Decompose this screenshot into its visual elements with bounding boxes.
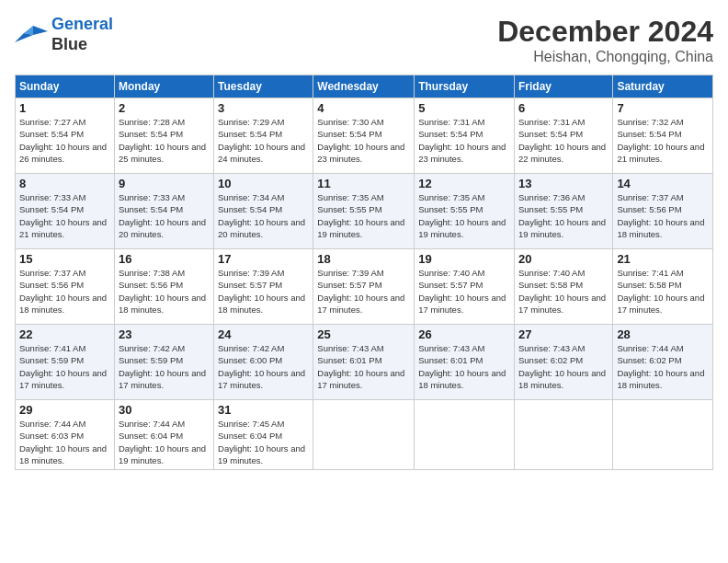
svg-marker-2 [15, 33, 33, 42]
day-number: 28 [617, 327, 709, 341]
calendar-cell: 27 Sunrise: 7:43 AM Sunset: 6:02 PM Dayl… [514, 325, 612, 400]
day-number: 31 [218, 403, 309, 417]
page: General Blue December 2024 Heishan, Chon… [0, 0, 728, 563]
calendar-cell: 21 Sunrise: 7:41 AM Sunset: 5:58 PM Dayl… [613, 249, 713, 325]
day-number: 1 [19, 101, 110, 115]
day-info: Sunrise: 7:39 AM Sunset: 5:57 PM Dayligh… [317, 267, 410, 316]
day-info: Sunrise: 7:40 AM Sunset: 5:58 PM Dayligh… [518, 267, 609, 316]
header-tuesday: Tuesday [214, 75, 313, 98]
day-info: Sunrise: 7:39 AM Sunset: 5:57 PM Dayligh… [218, 267, 309, 316]
day-info: Sunrise: 7:27 AM Sunset: 5:54 PM Dayligh… [19, 116, 110, 165]
day-info: Sunrise: 7:41 AM Sunset: 5:59 PM Dayligh… [19, 342, 110, 391]
day-info: Sunrise: 7:33 AM Sunset: 5:54 PM Dayligh… [119, 191, 210, 240]
calendar-cell: 5 Sunrise: 7:31 AM Sunset: 5:54 PM Dayli… [415, 98, 515, 174]
day-info: Sunrise: 7:42 AM Sunset: 6:00 PM Dayligh… [218, 342, 309, 391]
day-number: 29 [19, 403, 110, 417]
day-info: Sunrise: 7:31 AM Sunset: 5:54 PM Dayligh… [518, 116, 609, 165]
day-number: 8 [19, 177, 110, 190]
calendar-cell: 18 Sunrise: 7:39 AM Sunset: 5:57 PM Dayl… [313, 249, 415, 325]
header: General Blue December 2024 Heishan, Chon… [15, 15, 713, 65]
day-info: Sunrise: 7:44 AM Sunset: 6:03 PM Dayligh… [19, 418, 110, 466]
calendar-cell: 17 Sunrise: 7:39 AM Sunset: 5:57 PM Dayl… [214, 249, 313, 325]
day-number: 9 [119, 177, 210, 190]
day-number: 10 [218, 177, 309, 190]
calendar-cell: 7 Sunrise: 7:32 AM Sunset: 5:54 PM Dayli… [613, 98, 713, 174]
calendar-cell: 6 Sunrise: 7:31 AM Sunset: 5:54 PM Dayli… [514, 98, 612, 174]
calendar-cell: 22 Sunrise: 7:41 AM Sunset: 5:59 PM Dayl… [16, 325, 115, 400]
day-info: Sunrise: 7:35 AM Sunset: 5:55 PM Dayligh… [317, 191, 410, 240]
calendar-cell: 11 Sunrise: 7:35 AM Sunset: 5:55 PM Dayl… [313, 174, 415, 249]
header-sunday: Sunday [16, 75, 115, 98]
calendar-cell: 14 Sunrise: 7:37 AM Sunset: 5:56 PM Dayl… [613, 174, 713, 249]
calendar-cell: 30 Sunrise: 7:44 AM Sunset: 6:04 PM Dayl… [114, 400, 213, 470]
day-number: 13 [518, 177, 609, 190]
day-number: 6 [518, 101, 609, 115]
calendar-cell: 4 Sunrise: 7:30 AM Sunset: 5:54 PM Dayli… [313, 98, 415, 174]
day-number: 26 [418, 327, 510, 341]
day-info: Sunrise: 7:44 AM Sunset: 6:04 PM Dayligh… [119, 418, 210, 466]
day-number: 4 [317, 101, 410, 115]
logo-line1: General [51, 15, 113, 35]
day-number: 27 [518, 327, 609, 341]
calendar-cell: 1 Sunrise: 7:27 AM Sunset: 5:54 PM Dayli… [16, 98, 115, 174]
header-thursday: Thursday [415, 75, 515, 98]
calendar-header-row: Sunday Monday Tuesday Wednesday Thursday… [16, 75, 713, 98]
day-info: Sunrise: 7:41 AM Sunset: 5:58 PM Dayligh… [617, 267, 709, 316]
day-number: 7 [617, 101, 709, 115]
day-info: Sunrise: 7:31 AM Sunset: 5:54 PM Dayligh… [418, 116, 510, 165]
calendar-cell [313, 400, 415, 470]
day-number: 30 [119, 403, 210, 417]
day-info: Sunrise: 7:44 AM Sunset: 6:02 PM Dayligh… [617, 342, 709, 391]
day-number: 25 [317, 327, 410, 341]
calendar-cell: 28 Sunrise: 7:44 AM Sunset: 6:02 PM Dayl… [613, 325, 713, 400]
calendar-cell: 24 Sunrise: 7:42 AM Sunset: 6:00 PM Dayl… [214, 325, 313, 400]
calendar-cell: 10 Sunrise: 7:34 AM Sunset: 5:54 PM Dayl… [214, 174, 313, 249]
day-info: Sunrise: 7:33 AM Sunset: 5:54 PM Dayligh… [19, 191, 110, 240]
day-info: Sunrise: 7:43 AM Sunset: 6:01 PM Dayligh… [418, 342, 510, 391]
day-number: 5 [418, 101, 510, 115]
calendar-cell: 25 Sunrise: 7:43 AM Sunset: 6:01 PM Dayl… [313, 325, 415, 400]
day-info: Sunrise: 7:42 AM Sunset: 5:59 PM Dayligh… [119, 342, 210, 391]
day-number: 14 [617, 177, 709, 190]
logo: General Blue [15, 15, 113, 54]
calendar-cell: 19 Sunrise: 7:40 AM Sunset: 5:57 PM Dayl… [415, 249, 515, 325]
logo-icon [15, 22, 48, 48]
day-info: Sunrise: 7:32 AM Sunset: 5:54 PM Dayligh… [617, 116, 709, 165]
day-number: 16 [119, 252, 210, 266]
header-friday: Friday [514, 75, 612, 98]
day-number: 11 [317, 177, 410, 190]
calendar-cell: 23 Sunrise: 7:42 AM Sunset: 5:59 PM Dayl… [114, 325, 213, 400]
header-monday: Monday [114, 75, 213, 98]
day-number: 19 [418, 252, 510, 266]
day-number: 3 [218, 101, 309, 115]
day-info: Sunrise: 7:37 AM Sunset: 5:56 PM Dayligh… [617, 191, 709, 240]
location-title: Heishan, Chongqing, China [497, 49, 713, 65]
day-info: Sunrise: 7:36 AM Sunset: 5:55 PM Dayligh… [518, 191, 609, 240]
day-info: Sunrise: 7:43 AM Sunset: 6:01 PM Dayligh… [317, 342, 410, 391]
svg-marker-0 [33, 26, 48, 35]
calendar-cell: 26 Sunrise: 7:43 AM Sunset: 6:01 PM Dayl… [415, 325, 515, 400]
day-info: Sunrise: 7:35 AM Sunset: 5:55 PM Dayligh… [418, 191, 510, 240]
calendar-cell: 13 Sunrise: 7:36 AM Sunset: 5:55 PM Dayl… [514, 174, 612, 249]
day-info: Sunrise: 7:38 AM Sunset: 5:56 PM Dayligh… [119, 267, 210, 316]
day-number: 24 [218, 327, 309, 341]
calendar-cell: 12 Sunrise: 7:35 AM Sunset: 5:55 PM Dayl… [415, 174, 515, 249]
day-info: Sunrise: 7:34 AM Sunset: 5:54 PM Dayligh… [218, 191, 309, 240]
day-number: 22 [19, 327, 110, 341]
day-info: Sunrise: 7:28 AM Sunset: 5:54 PM Dayligh… [119, 116, 210, 165]
day-info: Sunrise: 7:29 AM Sunset: 5:54 PM Dayligh… [218, 116, 309, 165]
day-number: 20 [518, 252, 609, 266]
calendar-cell: 9 Sunrise: 7:33 AM Sunset: 5:54 PM Dayli… [114, 174, 213, 249]
header-saturday: Saturday [613, 75, 713, 98]
calendar-cell [613, 400, 713, 470]
calendar-cell [514, 400, 612, 470]
calendar-cell: 20 Sunrise: 7:40 AM Sunset: 5:58 PM Dayl… [514, 249, 612, 325]
day-number: 17 [218, 252, 309, 266]
title-area: December 2024 Heishan, Chongqing, China [497, 15, 713, 65]
day-number: 18 [317, 252, 410, 266]
calendar: Sunday Monday Tuesday Wednesday Thursday… [15, 75, 713, 470]
day-info: Sunrise: 7:30 AM Sunset: 5:54 PM Dayligh… [317, 116, 410, 165]
calendar-cell: 3 Sunrise: 7:29 AM Sunset: 5:54 PM Dayli… [214, 98, 313, 174]
calendar-cell: 15 Sunrise: 7:37 AM Sunset: 5:56 PM Dayl… [16, 249, 115, 325]
day-info: Sunrise: 7:45 AM Sunset: 6:04 PM Dayligh… [218, 418, 309, 466]
